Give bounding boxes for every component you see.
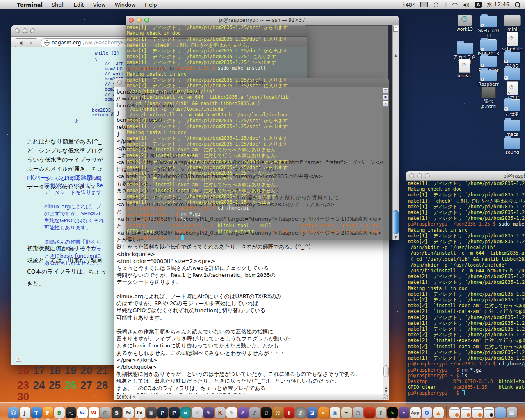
calendar-day-16: 16: [17, 364, 29, 377]
desktop-icon-schedule[interactable]: schedule: [498, 32, 525, 52]
code-line: }: [95, 102, 98, 107]
editor-line: [116, 321, 383, 328]
terminal-window-front[interactable]: pi@raspberrypi: ~ — ssh — 92×37 make[1]:…: [126, 16, 399, 240]
dock-icon-uploader-app[interactable]: ⇧: [376, 407, 386, 418]
resize-grip[interactable]: [383, 394, 389, 400]
browser-text-line: データシートを送ります: [44, 189, 102, 196]
terminal-titlebar[interactable]: pi@raspberrypi: ~ — ssh — 92×37: [126, 16, 399, 25]
dock-icon-vnc-viewer-red[interactable]: V2: [89, 407, 99, 418]
time-machine-icon[interactable]: ◷: [434, 1, 439, 8]
dock-icon-processing-a[interactable]: P: [158, 407, 168, 418]
menu-edit[interactable]: Edit: [69, 2, 89, 8]
dock-icon-flash[interactable]: f: [284, 407, 294, 418]
volume-icon[interactable]: ◀)): [463, 2, 470, 7]
close-button[interactable]: [409, 173, 414, 178]
dock-icon-mouse-app[interactable]: ○: [353, 407, 363, 418]
menu-shell[interactable]: Shell: [47, 2, 69, 8]
dock-icon-finder[interactable]: ☺: [8, 407, 19, 418]
dock-icon-quicktime-x[interactable]: Q: [422, 407, 432, 418]
zoom-control[interactable]: 100% ▲▼ ✎: [114, 394, 139, 400]
spotlight-icon[interactable]: [515, 2, 520, 7]
close-button[interactable]: [15, 28, 20, 33]
terminal-output[interactable]: make[1]: ディレクトリ `/home/pi/bcm2835-1.25/s…: [408, 180, 525, 404]
dock-icon-waveform-app[interactable]: ∿: [387, 407, 398, 418]
desktop-icon-お仕事[interactable]: お仕事: [498, 97, 525, 116]
dock-icon-terminal-app[interactable]: >_: [66, 407, 76, 418]
dock-icon-minimized-window-firefox-3[interactable]: [472, 407, 483, 418]
editor-side-button-1[interactable]: ▣: [383, 94, 388, 100]
dock-icon-vnc-viewer-blue[interactable]: Va: [77, 407, 88, 418]
dock-icon-bathyscaphe[interactable]: B: [54, 407, 65, 418]
dock-icon-keychain-app[interactable]: K: [215, 407, 226, 418]
dock-icon-five-app[interactable]: 5: [112, 407, 122, 418]
dock-icon-notes-app[interactable]: J: [20, 407, 30, 418]
dock-icon-minimized-window-tux[interactable]: [484, 407, 494, 418]
zoom-button[interactable]: [425, 173, 430, 178]
editor-side-button-2[interactable]: ×: [383, 101, 388, 107]
dock-icon-iphoto[interactable]: ◉: [330, 407, 340, 418]
dock-icon-pixel-app[interactable]: ✦: [399, 407, 409, 418]
dock-icon-firefox[interactable]: F: [43, 407, 53, 418]
dock-icon-thunderbird[interactable]: T: [31, 407, 42, 418]
dock-icon-fetch-app[interactable]: »: [318, 407, 329, 418]
dock-icon-ink-app[interactable]: ✒: [341, 407, 352, 418]
wifi-icon[interactable]: ◠: [452, 2, 458, 8]
dock-icon-vlc[interactable]: ▲: [433, 407, 444, 418]
dock-icon-sparkle-app[interactable]: ✳: [192, 407, 203, 418]
dock-icon-imovie[interactable]: ◪: [307, 407, 317, 418]
terminal-titlebar[interactable]: pi@raspb: [406, 171, 525, 181]
dock-icon-pages-doc[interactable]: ✐: [238, 407, 249, 418]
menu-view[interactable]: View: [89, 2, 110, 8]
menu-terminal[interactable]: Terminal: [12, 2, 47, 8]
dock-icon-pure-data-extended[interactable]: Pd: [135, 407, 145, 418]
terminal-output[interactable]: make[1]: ディレクトリ `/home/pi/bcm2835-1.25/s…: [127, 25, 392, 240]
page-icon[interactable]: [393, 26, 398, 32]
terminal-window-right[interactable]: pi@raspb make[1]: ディレクトリ `/home/pi/bcm28…: [406, 171, 525, 404]
menu-window[interactable]: Window: [110, 2, 140, 8]
dock-icon-documents-stack[interactable]: [495, 407, 506, 418]
dock-icon-trash[interactable]: ▦: [507, 407, 517, 418]
terminal-line: make[1]: ディレクトリ `/home/pi/bcm2835-1.25/d…: [127, 135, 392, 141]
dock-icon-arduino[interactable]: ∞: [180, 407, 191, 418]
dock-icon-minimized-window-firefox-2[interactable]: [461, 407, 471, 418]
terminal-line: /bin/mkdir -p '/usr/local/lib': [408, 244, 525, 250]
back-button[interactable]: ◀: [15, 39, 26, 47]
forward-button[interactable]: ▶: [26, 39, 37, 47]
scroll-up-arrow[interactable]: ▲: [393, 53, 399, 57]
dock-icon-itunes-gray[interactable]: ♪: [295, 407, 306, 418]
terminal-line: make[2]: `install-data-am' に対して行うべき事はありま…: [408, 308, 525, 314]
code-line: return 0;: [92, 112, 116, 118]
display-menu-icon[interactable]: [420, 2, 428, 7]
browser-text-line: これはかなり簡単である(^_: [27, 138, 101, 146]
terminal-line: Desktop RPi.GPIO-0.1.0 blink1-tool null …: [127, 223, 392, 228]
dock-icon-textedit[interactable]: ✎: [226, 407, 237, 418]
dock-icon-piano-app[interactable]: ♫: [261, 407, 272, 418]
dock-icon-processing-b[interactable]: P: [169, 407, 180, 418]
dock-icon-app-doc[interactable]: App: [410, 407, 421, 418]
dock-icon-pure-data[interactable]: Pd: [123, 407, 134, 418]
dock-icon-wand-app[interactable]: ✎: [203, 407, 214, 418]
desktop-icon-mini[interactable]: mini: [498, 12, 525, 32]
calendar-day-30: 30: [17, 390, 29, 403]
terminal-line: make[1]: ディレクトリ `/home/pi/bcm2835-1.25/s…: [408, 279, 525, 285]
bluetooth-icon[interactable]: ᛒ: [444, 2, 447, 8]
dock-icon-quicktime7[interactable]: ♪: [249, 407, 260, 418]
desktop-icon-macs[interactable]: macs: [498, 117, 525, 137]
minimize-button[interactable]: [23, 28, 27, 33]
minimize-button[interactable]: [417, 173, 422, 178]
dock-icon-minimized-window-firefox-1[interactable]: [449, 407, 460, 418]
dock-icon-pepper-app[interactable]: ❜: [364, 407, 375, 418]
editor-side-button-0[interactable]: ▽: [383, 88, 388, 94]
menu-clock[interactable]: 水 12:46: [487, 1, 509, 8]
dock-icon-swirl-app[interactable]: ◎: [100, 407, 111, 418]
terminal-scrollbar[interactable]: ▲ ▼: [392, 25, 399, 240]
menu-help[interactable]: Help: [140, 2, 162, 8]
dock-icon-cube-app[interactable]: ▣: [146, 407, 157, 418]
desktop-icon-sound[interactable]: sound: [498, 135, 525, 155]
dock-icon-garageband[interactable]: ♬: [272, 407, 283, 418]
zoom-button[interactable]: [30, 28, 35, 33]
terminal-line: GPIO_clear bcm2835-1.25 blink_autorun oc…: [127, 228, 392, 234]
scroll-down-arrow[interactable]: ▼: [393, 235, 399, 239]
temperature-widget[interactable]: TMP48°: [403, 2, 415, 8]
input-source-icon[interactable]: A: [475, 2, 482, 8]
